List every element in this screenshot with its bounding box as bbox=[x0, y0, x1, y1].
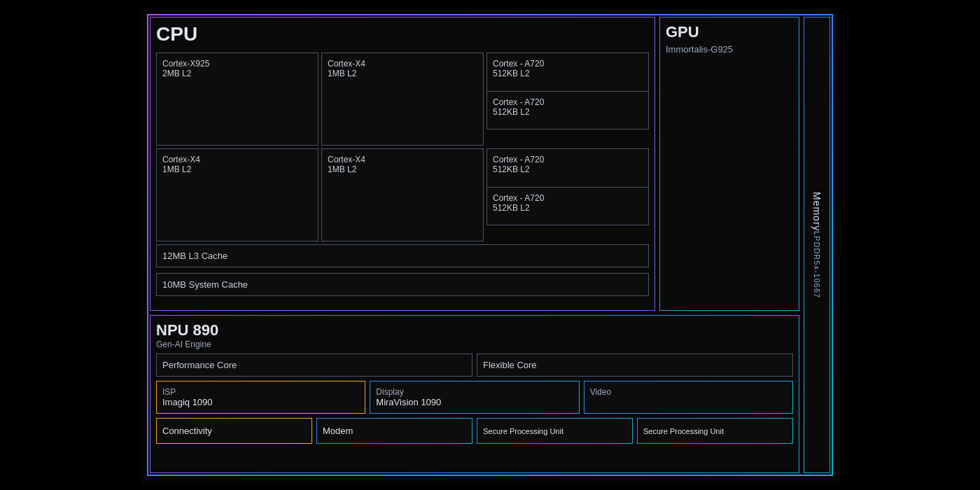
cpu-title: CPU bbox=[156, 23, 649, 46]
spu1-label: Secure Processing Unit bbox=[483, 427, 564, 435]
media-row: ISP Imagiq 1090 Display MiraVision 1090 … bbox=[156, 381, 793, 414]
cpu-block: CPU Cortex-X925 2MB L2 Cort bbox=[150, 17, 655, 311]
npu-section: NPU 890 Gen-AI Engine Performance Core F… bbox=[150, 315, 799, 473]
video-title: Video bbox=[590, 387, 787, 397]
isp-cell: ISP Imagiq 1090 bbox=[156, 381, 365, 414]
gpu-subtitle: Immortalis-G925 bbox=[666, 44, 793, 55]
npu-cores-row: Performance Core Flexible Core bbox=[156, 354, 793, 377]
npu-flexible-core: Flexible Core bbox=[477, 354, 793, 377]
cortex-x4-bot-left: Cortex-X4 1MB L2 bbox=[156, 148, 318, 241]
cortex-x925-cell: Cortex-X925 2MB L2 bbox=[156, 52, 318, 146]
display-cell: Display MiraVision 1090 bbox=[370, 381, 579, 414]
spu2-cell: Secure Processing Unit bbox=[637, 418, 793, 444]
cortex-a720-bot1: Cortex - A720 512KB L2 bbox=[487, 149, 648, 188]
cortex-a720-bot2: Cortex - A720 512KB L2 bbox=[487, 188, 648, 225]
modem-cell: Modem bbox=[316, 418, 472, 444]
system-cache-row: 10MB System Cache bbox=[156, 273, 649, 296]
npu-title: NPU 890 bbox=[156, 321, 793, 340]
display-title: Display bbox=[376, 387, 573, 397]
l3-cache-row: 12MB L3 Cache bbox=[156, 244, 649, 267]
gpu-block: GPU Immortalis-G925 bbox=[659, 17, 799, 311]
gpu-title: GPU bbox=[666, 23, 793, 41]
memory-block: Memory LPDDR5x-10667 bbox=[804, 17, 830, 473]
memory-title: Memory bbox=[811, 192, 822, 232]
npu-header: NPU 890 Gen-AI Engine bbox=[156, 321, 793, 349]
memory-subtitle: LPDDR5x-10667 bbox=[813, 231, 821, 298]
connectivity-cell: Connectivity bbox=[156, 418, 312, 444]
npu-subtitle: Gen-AI Engine bbox=[156, 340, 793, 349]
top-row: CPU Cortex-X925 2MB L2 Cort bbox=[150, 17, 799, 311]
bottom-row: Connectivity Modem Secure Processing Uni… bbox=[156, 418, 793, 444]
cortex-x4-top-cell: Cortex-X4 1MB L2 bbox=[321, 52, 484, 146]
spu1-cell: Secure Processing Unit bbox=[477, 418, 633, 444]
cortex-x4-bot-mid: Cortex-X4 1MB L2 bbox=[321, 148, 484, 241]
isp-subtitle: Imagiq 1090 bbox=[162, 397, 359, 407]
display-subtitle: MiraVision 1090 bbox=[376, 397, 573, 407]
cortex-a720-top2: Cortex - A720 512KB L2 bbox=[487, 92, 648, 130]
npu-performance-core: Performance Core bbox=[156, 354, 472, 377]
isp-title: ISP bbox=[162, 387, 359, 397]
video-cell: Video bbox=[584, 381, 793, 414]
cortex-a720-top1: Cortex - A720 512KB L2 bbox=[487, 53, 648, 92]
cortex-a720-bot-pair: Cortex - A720 512KB L2 Cortex - A720 512… bbox=[486, 148, 649, 225]
chip-diagram: CPU Cortex-X925 2MB L2 Cort bbox=[140, 7, 840, 483]
spu2-label: Secure Processing Unit bbox=[643, 427, 724, 435]
main-content: CPU Cortex-X925 2MB L2 Cort bbox=[150, 17, 830, 473]
cortex-a720-top-pair: Cortex - A720 512KB L2 Cortex - A720 512… bbox=[486, 52, 649, 130]
left-section: CPU Cortex-X925 2MB L2 Cort bbox=[150, 17, 799, 473]
